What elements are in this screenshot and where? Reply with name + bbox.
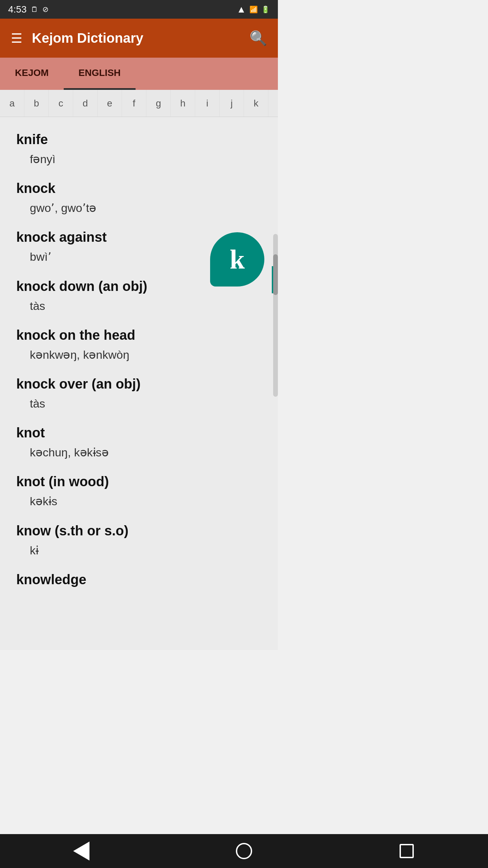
back-button[interactable] (68, 837, 95, 865)
alpha-k[interactable]: k (244, 90, 268, 117)
back-icon (73, 842, 89, 861)
signal-icon: 📶 (249, 5, 258, 14)
list-item[interactable]: know (s.th or s.o) kɨ (16, 516, 262, 563)
alpha-f[interactable]: f (122, 90, 146, 117)
entry-term: know (s.th or s.o) (16, 516, 262, 541)
list-item[interactable]: knife fənyì (16, 125, 262, 171)
search-button[interactable]: 🔍 (249, 30, 267, 46)
app-bar: ☰ Kejom Dictionary 🔍 (0, 19, 278, 58)
menu-button[interactable]: ☰ (11, 31, 22, 46)
alphabet-bar: a b c d e f g h i j k (0, 90, 278, 117)
alpha-d[interactable]: d (73, 90, 98, 117)
home-button[interactable] (230, 837, 258, 865)
entry-translation: tàs (16, 297, 262, 318)
scroll-thumb[interactable] (273, 254, 278, 295)
wifi-icon: ▲ (237, 4, 246, 15)
dictionary-content: k knife fənyì knock gwoʼ, gwoʼtə knock a… (0, 117, 278, 650)
list-item[interactable]: knot (in wood) kəkɨs (16, 467, 262, 513)
tab-kejom[interactable]: KEJOM (0, 58, 64, 90)
tab-bar: KEJOM ENGLISH (0, 58, 278, 90)
battery-icon: 🔋 (261, 5, 270, 14)
entry-term: knock over (an obj) (16, 370, 262, 395)
k-badge: k (210, 232, 264, 287)
bottom-nav (0, 834, 278, 868)
alpha-e[interactable]: e (98, 90, 122, 117)
entry-term: knot (16, 418, 262, 443)
entry-translation: gwoʼ, gwoʼtə (16, 199, 262, 220)
alpha-h[interactable]: h (171, 90, 195, 117)
home-icon (236, 843, 252, 859)
time-display: 4:53 (8, 4, 27, 15)
entry-translation: kəkɨs (16, 492, 262, 513)
status-right: ▲ 📶 🔋 (237, 4, 270, 15)
alpha-a[interactable]: a (0, 90, 24, 117)
entry-translation: kɨ (16, 541, 262, 563)
list-item[interactable]: knot kəchuŋ, kəkɨsə (16, 418, 262, 465)
alpha-g[interactable]: g (146, 90, 171, 117)
do-not-disturb-icon: ⊘ (42, 5, 48, 14)
list-item[interactable]: knock over (an obj) tàs (16, 370, 262, 416)
app-title: Kejom Dictionary (32, 31, 143, 46)
alpha-c[interactable]: c (49, 90, 73, 117)
list-item[interactable]: knock on the head kənkwəŋ, kənkwòŋ (16, 321, 262, 367)
k-badge-letter: k (230, 244, 245, 275)
tab-english[interactable]: ENGLISH (64, 58, 136, 90)
alpha-j[interactable]: j (220, 90, 244, 117)
sim-icon: 🗒 (31, 5, 38, 14)
entry-translation: kəchuŋ, kəkɨsə (16, 443, 262, 465)
scroll-indicator[interactable] (273, 234, 278, 397)
entry-translation: fənyì (16, 150, 262, 171)
list-item[interactable]: knock gwoʼ, gwoʼtə (16, 174, 262, 220)
entry-term: knot (in wood) (16, 467, 262, 492)
entry-term: knife (16, 125, 262, 150)
app-bar-left: ☰ Kejom Dictionary (11, 31, 143, 46)
entry-translation: kənkwəŋ, kənkwòŋ (16, 346, 262, 367)
alpha-i[interactable]: i (195, 90, 220, 117)
entry-term: knock on the head (16, 321, 262, 346)
alpha-b[interactable]: b (24, 90, 49, 117)
list-item[interactable]: knowledge (16, 565, 262, 590)
entry-translation: tàs (16, 395, 262, 416)
status-bar: 4:53 🗒 ⊘ ▲ 📶 🔋 (0, 0, 278, 19)
entry-term: knock (16, 174, 262, 199)
entry-term: knowledge (16, 565, 262, 590)
status-left: 4:53 🗒 ⊘ (8, 4, 48, 15)
